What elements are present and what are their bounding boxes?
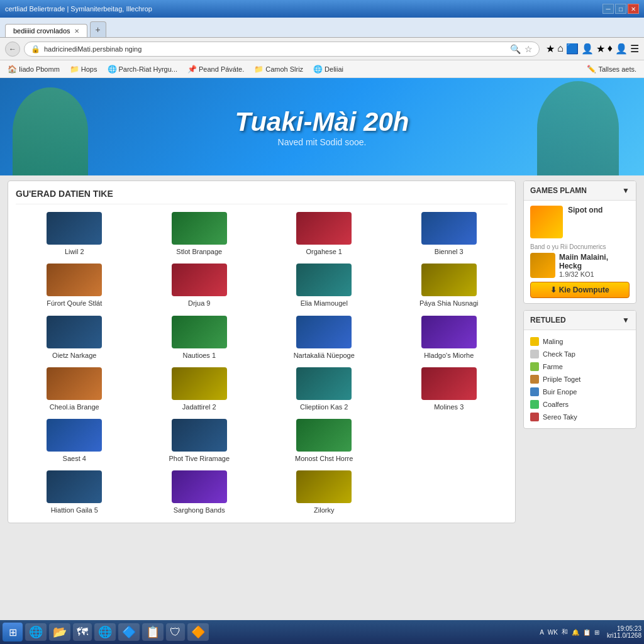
game-item[interactable] xyxy=(391,419,508,463)
page-layout: GU'ERAD DATIEN TIKE Liwil 2 Stlot Branpa… xyxy=(0,180,644,531)
game-item[interactable]: Drjua 9 xyxy=(141,264,258,308)
home-icon[interactable]: ⌂ xyxy=(557,43,564,55)
game-item[interactable]: Cheol.ia Brange xyxy=(16,367,133,411)
game-item[interactable]: Zilorky xyxy=(265,470,383,514)
bookmark-camoh-icon: 📁 xyxy=(254,65,264,74)
back-button[interactable]: ← xyxy=(5,42,20,57)
diamond-icon[interactable]: ♦ xyxy=(608,43,613,55)
bookmark-home[interactable]: 🏠 Iiado Pbomm xyxy=(5,64,62,75)
game-item[interactable]: Monost Chst Horre xyxy=(265,419,383,463)
game-item[interactable]: Elia Miamougel xyxy=(265,264,383,308)
taskbar-app3[interactable]: 🛡 xyxy=(166,623,185,641)
game-item[interactable]: Hiattion Gaila 5 xyxy=(16,470,133,514)
featured-stars: Band o yu Rii Docnumerics xyxy=(530,243,630,250)
bookmark-parch[interactable]: 🌐 Parch-Riat Hyrgu... xyxy=(105,64,180,75)
game-item[interactable]: Oietz Narkage xyxy=(16,316,133,360)
browser-tab[interactable]: bediiiid crovnlados ✕ xyxy=(5,24,87,37)
taskbar-app1[interactable]: 🔷 xyxy=(118,623,140,641)
bookmark-hops[interactable]: 📁 Hops xyxy=(67,64,100,75)
content-area[interactable]: Tuaki-Mài 20h Naved mit Sodid sooe. GU'E… xyxy=(0,78,644,620)
taskbar-browser[interactable]: 🌐 xyxy=(25,623,47,641)
search-icon[interactable]: 🔍 xyxy=(510,44,521,54)
download-button[interactable]: ⬇ Kie Downpute xyxy=(530,282,630,298)
menu-icon[interactable]: ☰ xyxy=(630,43,639,55)
related-item[interactable]: Priiple Toget xyxy=(530,373,630,386)
game-item[interactable]: Saest 4 xyxy=(16,419,133,463)
game-name: Elia Miamougel xyxy=(301,299,348,308)
tray-grid: ⊞ xyxy=(594,629,599,636)
bookmark-camoh[interactable]: 📁 Camoh Slriz xyxy=(252,64,306,75)
related-item[interactable]: Sereo Taky xyxy=(530,411,630,423)
game-item[interactable]: Liwil 2 xyxy=(16,212,133,256)
profile-icon[interactable]: 👤 xyxy=(615,43,628,55)
game-item[interactable]: Nartakaliä Nüepoge xyxy=(265,316,383,360)
game-item[interactable]: Stlot Branpage xyxy=(141,212,258,256)
extensions-icon[interactable]: 🟦 xyxy=(566,43,579,55)
close-button[interactable]: ✕ xyxy=(628,4,639,14)
maximize-button[interactable]: □ xyxy=(615,4,626,14)
related-item[interactable]: Buir Enope xyxy=(530,386,630,398)
tray-bell: 🔔 xyxy=(572,629,579,636)
fav-icon[interactable]: ★ xyxy=(596,43,605,55)
featured-panel-arrow[interactable]: ▼ xyxy=(622,186,630,195)
game-item[interactable]: Jadattirel 2 xyxy=(141,367,258,411)
game-name: Nautioes 1 xyxy=(182,351,216,360)
game-item[interactable]: Orgahese 1 xyxy=(265,212,383,256)
start-button[interactable]: ⊞ xyxy=(3,623,23,641)
games-section-title: GU'ERAD DATIEN TIKE xyxy=(16,189,508,204)
related-item[interactable]: Coalfers xyxy=(530,398,630,411)
game-thumbnail xyxy=(47,212,102,245)
game-item[interactable]: Sarghong Bands xyxy=(141,470,258,514)
star-icon[interactable]: ☆ xyxy=(525,44,533,54)
bookmark-icon[interactable]: ★ xyxy=(546,43,555,55)
url-box[interactable]: 🔒 hadricinediMati.persbinab nging 🔍 ☆ xyxy=(24,42,540,57)
related-item[interactable]: Check Tap xyxy=(530,348,630,360)
game-thumbnail xyxy=(172,264,227,296)
related-item[interactable]: Farme xyxy=(530,360,630,373)
bookmark-hops-label: Hops xyxy=(81,65,97,73)
game-thumbnail xyxy=(172,470,227,503)
game-item[interactable]: Molines 3 xyxy=(391,367,508,411)
game-item[interactable]: Biennel 3 xyxy=(391,212,508,256)
featured-panel-content: Sipot ond Band o yu Rii Docnumerics Maii… xyxy=(524,201,636,303)
game-item[interactable]: Nautioes 1 xyxy=(141,316,258,360)
related-panel-title: RETULED xyxy=(530,316,566,325)
related-name: Check Tap xyxy=(543,350,575,358)
game-name: Orgahese 1 xyxy=(306,247,342,256)
user-icon[interactable]: 👤 xyxy=(581,43,594,55)
game-thumbnail xyxy=(47,316,102,348)
game-name: Oietz Narkage xyxy=(52,351,96,360)
game-item[interactable]: Hladgo's Miorhe xyxy=(391,316,508,360)
game-item[interactable]: Fúrort Qouŕe Stlát xyxy=(16,264,133,308)
tab-close-button[interactable]: ✕ xyxy=(74,28,79,35)
address-bar: ← 🔒 hadricinediMati.persbinab nging 🔍 ☆ … xyxy=(0,38,644,60)
related-name: Priiple Toget xyxy=(543,375,580,383)
bookmark-peand-label: Peand Páváte. xyxy=(199,65,244,73)
game-thumbnail xyxy=(172,367,227,400)
taskbar-app4[interactable]: 🔶 xyxy=(187,623,209,641)
game-thumbnail xyxy=(296,419,352,452)
game-item[interactable] xyxy=(391,470,508,514)
game-item[interactable]: Phot Tive Riramage xyxy=(141,419,258,463)
game-item[interactable]: Páya Shia Nusnagi xyxy=(391,264,508,308)
taskbar-time: 19:05:23 kri11.0/1268 xyxy=(607,625,641,639)
game-item[interactable]: Clieptiion Kas 2 xyxy=(265,367,383,411)
taskbar-globe[interactable]: 🌐 xyxy=(94,623,116,641)
game-name: Sarghong Bands xyxy=(174,506,225,514)
minimize-button[interactable]: ─ xyxy=(602,4,614,14)
game-name: Saest 4 xyxy=(63,454,86,463)
taskbar-folder[interactable]: 📂 xyxy=(49,623,70,641)
bookmark-deliiai[interactable]: 🌐 Deliiai xyxy=(311,64,346,75)
bookmark-peand[interactable]: 📌 Peand Páváte. xyxy=(185,64,247,75)
related-item[interactable]: Maling xyxy=(530,335,630,348)
taskbar-maps[interactable]: 🗺 xyxy=(73,623,92,641)
related-panel-arrow[interactable]: ▼ xyxy=(622,316,630,325)
new-tab-button[interactable]: + xyxy=(90,21,106,37)
featured-game-block: Sipot ond xyxy=(530,206,630,238)
game-thumbnail xyxy=(421,316,477,348)
bookmark-tallses[interactable]: ✏️ Tallses aets. xyxy=(584,64,639,75)
taskbar-app2[interactable]: 📋 xyxy=(142,623,164,641)
related-panel: RETULED ▼ Maling Check Tap Farme Priiple… xyxy=(523,310,636,429)
game-thumbnail xyxy=(47,367,102,400)
banner-decoration-left xyxy=(13,87,88,175)
